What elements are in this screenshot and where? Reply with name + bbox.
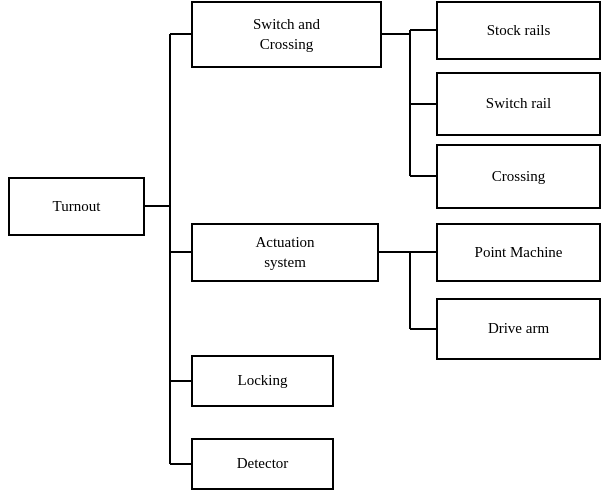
drive-arm-label: Drive arm (488, 319, 549, 339)
actuation-system-label: Actuationsystem (255, 233, 314, 272)
switch-rail-label: Switch rail (486, 94, 551, 114)
locking-label: Locking (238, 371, 288, 391)
drive-arm-box: Drive arm (436, 298, 601, 360)
locking-box: Locking (191, 355, 334, 407)
turnout-label: Turnout (53, 197, 101, 217)
stock-rails-box: Stock rails (436, 1, 601, 60)
actuation-system-box: Actuationsystem (191, 223, 379, 282)
turnout-box: Turnout (8, 177, 145, 236)
crossing-label: Crossing (492, 167, 545, 187)
stock-rails-label: Stock rails (487, 21, 551, 41)
detector-label: Detector (237, 454, 289, 474)
diagram: Turnout Switch andCrossing Actuationsyst… (0, 0, 613, 501)
switch-rail-box: Switch rail (436, 72, 601, 136)
switch-crossing-label: Switch andCrossing (253, 15, 320, 54)
point-machine-label: Point Machine (475, 243, 563, 263)
crossing-box: Crossing (436, 144, 601, 209)
detector-box: Detector (191, 438, 334, 490)
point-machine-box: Point Machine (436, 223, 601, 282)
switch-crossing-box: Switch andCrossing (191, 1, 382, 68)
